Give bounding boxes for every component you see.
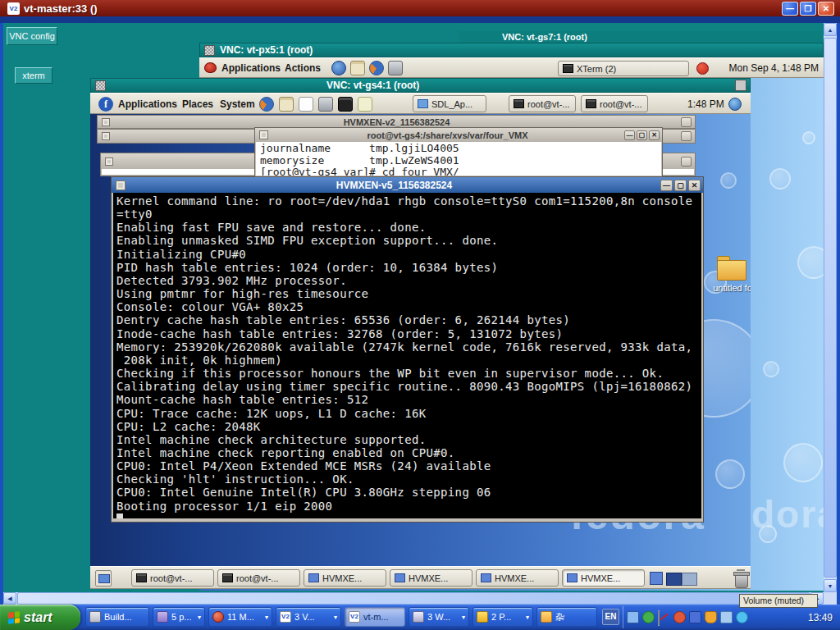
- gs4-menu-places[interactable]: Places: [182, 94, 213, 115]
- taskbar-button-folder[interactable]: 杂: [536, 607, 597, 627]
- mozilla-icon[interactable]: [369, 61, 384, 75]
- maximize-button[interactable]: ❐: [800, 2, 816, 16]
- workspace-1-active[interactable]: [666, 573, 682, 586]
- printer-icon[interactable]: [388, 61, 403, 75]
- printer-icon[interactable]: [318, 97, 333, 112]
- taskbutton-root-1[interactable]: root@vt-...: [131, 569, 214, 587]
- taskbar-button-vtmaster-active[interactable]: V2vt-m...: [345, 607, 405, 627]
- workspace-switcher[interactable]: [666, 573, 697, 585]
- vnc-icon: V2: [280, 611, 291, 623]
- web-browser-icon[interactable]: [331, 61, 346, 75]
- tasklist-xterm-button[interactable]: XTerm (2): [558, 61, 689, 76]
- desktop-folder-icon[interactable]: [717, 256, 750, 282]
- window-button-root-1[interactable]: root@vt-...: [509, 95, 576, 112]
- vnc-config-icon-window[interactable]: VNC config: [7, 27, 57, 45]
- redhat-menu-icon[interactable]: [204, 62, 217, 73]
- email-icon[interactable]: [279, 97, 294, 112]
- document-icon[interactable]: [299, 97, 313, 112]
- taskbutton-root-2[interactable]: root@vt-...: [217, 569, 300, 587]
- horizontal-scrollbar-thumb[interactable]: [17, 592, 810, 605]
- minimize-button[interactable]: —: [782, 2, 798, 16]
- taskbutton-hvmxen-1[interactable]: HVMXE...: [304, 569, 386, 587]
- sdl-app-icon: [418, 99, 428, 108]
- taskbar-group-p[interactable]: 5 p...▾: [153, 607, 205, 627]
- notes-icon[interactable]: [358, 97, 372, 112]
- taskbar-button-build[interactable]: Build...: [85, 607, 149, 627]
- taskbar-button-label: Build...: [104, 612, 132, 622]
- volume-muted-icon[interactable]: [658, 610, 660, 626]
- close-button[interactable]: ✕: [688, 180, 701, 191]
- wallpaper-bubble: [802, 131, 815, 144]
- vm-icon: [308, 573, 319, 582]
- px5-clock[interactable]: Mon Sep 4, 1:48 PM: [729, 58, 819, 79]
- scroll-left-button[interactable]: ◀: [3, 592, 16, 605]
- px5-window-titlebar[interactable]: VNC: vt-px5:1 (root): [199, 43, 824, 57]
- taskbar-group-m[interactable]: 11 M...▾: [208, 607, 272, 627]
- taskbutton-hvmxen-4-active[interactable]: HVMXE...: [562, 569, 645, 587]
- show-desktop-icon[interactable]: [95, 570, 112, 587]
- firefox-icon[interactable]: [259, 97, 274, 112]
- xterm-icon-window[interactable]: xterm: [15, 67, 52, 84]
- window-button-root-2[interactable]: root@vt-...: [581, 95, 648, 112]
- close-button[interactable]: [681, 131, 692, 141]
- maximize-button[interactable]: ▢: [674, 180, 687, 191]
- taskbar-button-label: 杂: [555, 611, 564, 623]
- network-icon[interactable]: [720, 611, 733, 623]
- antivirus-icon[interactable]: [642, 611, 655, 623]
- close-button[interactable]: ✕: [818, 2, 834, 16]
- minimize-button[interactable]: —: [660, 180, 673, 191]
- desktop-folder-label[interactable]: untitled fo: [707, 283, 751, 294]
- four-vmx-titlebar[interactable]: root@vt-gs4:/share/xvs/var/four_VMX — ▢ …: [255, 128, 662, 142]
- status-red-icon[interactable]: [673, 611, 686, 623]
- gs4-clock[interactable]: 1:48 PM: [687, 94, 724, 115]
- vm-status-icon[interactable]: [650, 572, 663, 585]
- alert-notifier-icon[interactable]: [696, 62, 709, 75]
- language-indicator[interactable]: EN: [602, 609, 619, 625]
- four-vmx-terminal-content[interactable]: journalname tmp.lgjiLO4005 memorysize tm…: [256, 142, 661, 176]
- world-clock-icon[interactable]: [728, 98, 742, 111]
- messenger-icon[interactable]: [736, 611, 748, 623]
- terminal-icon: [136, 573, 147, 582]
- maximize-button[interactable]: ▢: [637, 130, 647, 140]
- scroll-down-button[interactable]: ▼: [824, 579, 837, 592]
- start-button[interactable]: start: [0, 605, 80, 630]
- tray-clock[interactable]: 13:49: [802, 605, 838, 630]
- ime-icon[interactable]: [689, 611, 701, 623]
- gs4-window-titlebar[interactable]: VNC: vt-gs4:1 (root): [90, 78, 751, 93]
- shield-icon[interactable]: [705, 611, 717, 623]
- gs7-window-titlebar[interactable]: VNC: vt-gs7:1 (root): [459, 31, 824, 43]
- iconify-icon[interactable]: [204, 45, 215, 56]
- gs4-menu-applications[interactable]: Applications: [118, 94, 177, 115]
- hvm-terminal-titlebar[interactable]: HVMXEN-v5_1156382524 — ▢ ✕: [112, 177, 703, 193]
- taskbar-group-w[interactable]: 3 W...▾: [409, 607, 469, 627]
- vm-icon: [481, 573, 491, 582]
- px5-top-panel: Applications Actions XTerm (2) Mon Sep 4…: [199, 57, 824, 78]
- tray-divider: [623, 606, 623, 628]
- group-arrow-icon: ▾: [462, 614, 465, 621]
- gs4-menu-system[interactable]: System: [220, 94, 255, 115]
- iconify-icon[interactable]: [95, 80, 106, 91]
- email-icon[interactable]: [350, 61, 365, 75]
- xp-window-titlebar[interactable]: V2 vt-master:33 () — ❐ ✕: [0, 0, 840, 16]
- minimize-button[interactable]: —: [624, 130, 635, 140]
- taskbutton-hvmxen-2[interactable]: HVMXE...: [390, 569, 472, 587]
- vertical-scrollbar-thumb[interactable]: [824, 38, 837, 578]
- remote-display-icon[interactable]: [627, 611, 639, 623]
- close-button[interactable]: [681, 117, 692, 127]
- px5-menu-actions[interactable]: Actions: [285, 58, 321, 79]
- window-button-sdl[interactable]: SDL_Ap...: [413, 95, 486, 112]
- close-button[interactable]: [681, 157, 692, 167]
- px5-menu-applications[interactable]: Applications: [221, 58, 281, 79]
- trash-icon[interactable]: [733, 569, 749, 587]
- workspace-2[interactable]: [682, 573, 697, 586]
- hvm-terminal-content[interactable]: Kernel command line: ro root=/dev/hda1 r…: [113, 193, 701, 518]
- taskbar-group-vnc[interactable]: V23 V...▾: [276, 607, 341, 627]
- taskbutton-hvmxen-3[interactable]: HVMXE...: [476, 569, 559, 587]
- resize-icon[interactable]: [735, 80, 746, 91]
- terminal-icon[interactable]: [338, 97, 353, 112]
- window-button-label: root@vt-...: [527, 99, 570, 109]
- fedora-menu-icon[interactable]: f: [98, 97, 113, 112]
- scroll-up-button[interactable]: ▲: [824, 23, 837, 36]
- close-button[interactable]: ✕: [649, 130, 660, 140]
- taskbar-group-putty[interactable]: 2 P...▾: [472, 607, 533, 627]
